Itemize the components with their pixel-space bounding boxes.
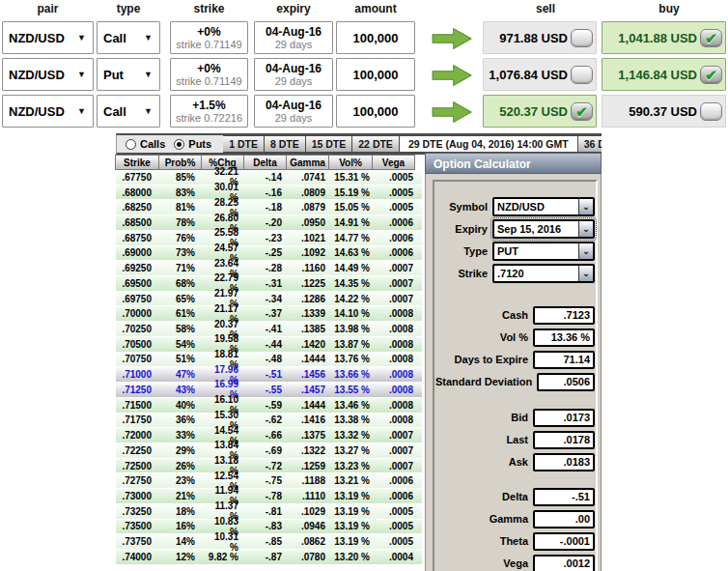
cell-chg: 10.31 % — [204, 531, 247, 553]
cell-vol: 15.05 % — [334, 202, 378, 213]
strike-field[interactable]: +0% strike 0.71149 — [170, 58, 248, 91]
expiry-field[interactable]: 04-Aug-16 29 days — [254, 95, 333, 128]
chain-row[interactable]: .70750 51% 18.81 % -.48 .1444 13.76 % .0… — [116, 353, 422, 368]
cell-gamma: .1225 — [291, 278, 334, 289]
combo-dropdown-icon[interactable]: ⌄ — [578, 199, 593, 214]
chain-row[interactable]: .71000 47% 17.96 % -.51 .1456 13.66 % .0… — [116, 367, 422, 383]
cell-vega: .0005 — [378, 187, 422, 198]
cell-strike: .68250 — [116, 202, 160, 213]
dte-tab[interactable]: 29 DTE (Aug 04, 2016) 14:00 GMT — [399, 135, 578, 153]
strike-field[interactable]: +1.5% strike 0.72216 — [170, 95, 248, 128]
side-radio[interactable]: Calls — [126, 138, 165, 150]
chain-row[interactable]: .71500 40% 16.10 % -.59 .1444 13.46 % .0… — [116, 398, 422, 414]
chain-row[interactable]: .72500 26% 13.18 % -.72 .1259 13.23 % .0… — [116, 459, 422, 474]
strike-field[interactable]: +0% strike 0.71149 — [170, 21, 248, 54]
chain-row[interactable]: .68500 78% 26.80 % -.20 .0950 14.91 % .0… — [116, 215, 422, 231]
cell-strike: .69250 — [116, 263, 160, 273]
buy-checkbox[interactable]: ✔ — [700, 102, 722, 121]
chain-row[interactable]: .69500 68% 22.79 % -.31 .1225 14.35 % .0… — [116, 276, 422, 292]
chain-row[interactable]: .70000 61% 21.17 % -.37 .1339 14.10 % .0… — [116, 306, 422, 322]
sell-price-button[interactable]: 1,076.84 USD ✔ — [483, 58, 597, 91]
chain-row[interactable]: .68750 76% 25.58 % -.23 .1021 14.77 % .0… — [116, 231, 422, 246]
chain-row[interactable]: .68250 81% 28.25 % -.18 .0879 15.05 % .0… — [116, 200, 422, 215]
dte-tab[interactable]: 1 DTE — [223, 135, 265, 153]
chain-row[interactable]: .72000 33% 14.54 % -.66 .1375 13.32 % .0… — [116, 428, 422, 443]
cell-vega: .0008 — [378, 385, 422, 395]
chain-row[interactable]: .69750 65% 21.97 % -.34 .1286 14.22 % .0… — [116, 292, 422, 307]
cell-gamma: .1160 — [291, 263, 334, 273]
cell-delta: -.59 — [247, 400, 291, 411]
cell-vol: 13.46 % — [334, 400, 378, 411]
chain-row[interactable]: .73000 21% 11.94 % -.78 .1110 13.19 % .0… — [116, 489, 422, 504]
chain-row[interactable]: .71750 36% 15.30 % -.62 .1416 13.38 % .0… — [116, 414, 422, 429]
buy-price-button[interactable]: 1,146.84 USD ✔ — [602, 58, 726, 91]
calc-combo-select[interactable]: NZD/USD ⌄ — [492, 197, 595, 216]
dte-tab[interactable]: 15 DTE — [305, 135, 353, 153]
dte-tab[interactable]: 22 DTE — [351, 135, 400, 153]
type-select[interactable]: Call ▼ — [97, 21, 160, 54]
combo-dropdown-icon[interactable]: ⌄ — [578, 243, 593, 259]
expiry-field[interactable]: 04-Aug-16 29 days — [254, 21, 333, 54]
cell-vol: 13.19 % — [334, 506, 378, 517]
buy-checkbox[interactable]: ✔ — [700, 66, 722, 84]
calc-field-label: Type — [463, 245, 488, 257]
type-select[interactable]: Put ▼ — [97, 58, 160, 91]
chain-row[interactable]: .70500 54% 19.58 % -.44 .1420 13.87 % .0… — [116, 337, 422, 353]
amount-input[interactable]: 100,000 — [336, 95, 415, 128]
amount-input[interactable]: 100,000 — [336, 21, 415, 54]
chain-row[interactable]: .70250 58% 20.37 % -.41 .1385 13.98 % .0… — [116, 322, 422, 337]
chain-row[interactable]: .69250 71% 23.64 % -.28 .1160 14.49 % .0… — [116, 261, 422, 276]
cell-strike: .71750 — [116, 414, 160, 425]
sell-price-value: 1,076.84 USD — [489, 68, 568, 82]
chain-row[interactable]: .68000 83% 30.01 % -.16 .0809 15.19 % .0… — [116, 186, 422, 201]
dte-tab[interactable]: 8 DTE — [264, 135, 306, 153]
chain-row[interactable]: .72750 23% 12.54 % -.75 .1188 13.21 % .0… — [116, 473, 422, 489]
combo-dropdown-icon[interactable]: ⌄ — [578, 266, 593, 281]
dte-tab[interactable]: 36 DTE — [577, 135, 602, 153]
sell-checkbox[interactable]: ✔ — [571, 29, 593, 47]
pair-select[interactable]: NZD/USD ▼ — [2, 21, 94, 54]
calc-combo-select[interactable]: Sep 15, 2016 ⌄ — [492, 219, 595, 239]
calc-field-value: 71.14 — [533, 351, 595, 369]
sell-checkbox[interactable]: ✔ — [571, 66, 593, 84]
sell-price-button[interactable]: 971.88 USD ✔ — [483, 21, 597, 54]
pair-select[interactable]: NZD/USD ▼ — [2, 58, 94, 91]
dropdown-caret-icon: ▼ — [144, 70, 153, 79]
pair-select[interactable]: NZD/USD ▼ — [2, 95, 94, 128]
cell-vol: 14.63 % — [334, 247, 378, 258]
buy-price-button[interactable]: 1,041.88 USD ✔ — [602, 21, 726, 54]
buy-checkbox[interactable]: ✔ — [700, 29, 722, 47]
calc-combo-select[interactable]: .7120 ⌄ — [492, 264, 595, 283]
sell-price-button[interactable]: 520.37 USD ✔ — [483, 95, 597, 128]
chain-row[interactable]: .67750 85% 32.21 % -.14 .0741 15.31 % .0… — [116, 170, 422, 186]
calc-combo-select[interactable]: PUT ⌄ — [492, 242, 595, 261]
submit-arrow-icon[interactable] — [429, 100, 475, 125]
cell-prob: 76% — [160, 233, 204, 243]
chain-row[interactable]: .72250 29% 13.84 % -.69 .1322 13.27 % .0… — [116, 443, 422, 459]
chain-row[interactable]: .69000 73% 24.57 % -.25 .1092 14.63 % .0… — [116, 246, 422, 262]
calc-field-value: .7123 — [533, 306, 595, 325]
side-radio[interactable]: Puts — [174, 138, 211, 150]
sell-checkbox[interactable]: ✔ — [571, 102, 593, 121]
buy-price-button[interactable]: 590.37 USD ✔ — [602, 95, 726, 128]
calc-combo-value: .7120 — [494, 266, 578, 281]
chain-row[interactable]: .73500 16% 10.83 % -.83 .0946 13.19 % .0… — [116, 520, 422, 535]
combo-dropdown-icon[interactable]: ⌄ — [578, 221, 593, 237]
submit-arrow-icon[interactable] — [429, 26, 475, 51]
cell-prob: 78% — [160, 217, 204, 228]
expiry-field[interactable]: 04-Aug-16 29 days — [254, 58, 333, 91]
cell-vega: .0007 — [378, 430, 422, 441]
chain-row[interactable]: .73750 14% 10.31 % -.85 .0862 13.19 % .0… — [116, 534, 422, 550]
cell-vol: 14.35 % — [334, 278, 378, 289]
type-select[interactable]: Call ▼ — [97, 95, 160, 128]
chain-row[interactable]: .73250 18% 11.37 % -.81 .1029 13.19 % .0… — [116, 504, 422, 520]
amount-input[interactable]: 100,000 — [336, 58, 415, 91]
calc-value-row: Bid .0173 — [435, 408, 595, 427]
chain-row[interactable]: .71250 43% 16.99 % -.55 .1457 13.55 % .0… — [116, 383, 422, 398]
order-ticket-section: pair type strike expiry amount sell buy … — [0, 0, 728, 132]
submit-arrow-icon[interactable] — [429, 63, 475, 88]
chain-row[interactable]: .74000 12% 9.82 % -.87 .0780 13.20 % .00… — [116, 550, 422, 565]
cell-delta: -.62 — [247, 414, 291, 425]
cell-prob: 58% — [160, 324, 204, 334]
calculator-body: Symbol NZD/USD ⌄ Expiry Sep 15, 2016 ⌄ — [425, 174, 602, 571]
